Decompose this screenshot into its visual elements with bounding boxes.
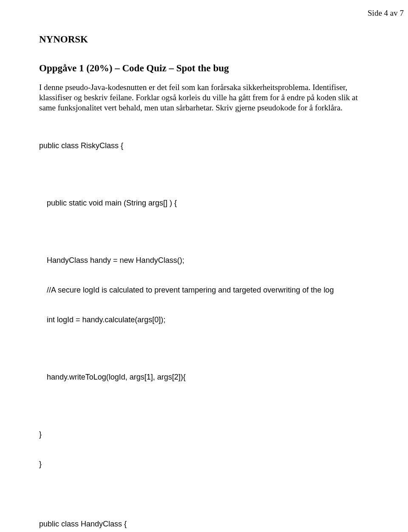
task-intro: I denne pseudo-Java-kodesnutten er det f… xyxy=(39,82,369,113)
code-line: HandyClass handy = new HandyClass(); xyxy=(39,256,369,265)
code-block-riskyclass: public class RiskyClass { public static … xyxy=(39,121,369,489)
code-line: public static void main (String args[] )… xyxy=(39,198,369,208)
page: Side 4 av 7 NYNORSK Oppgåve 1 (20%) – Co… xyxy=(0,0,408,532)
code-line: } xyxy=(39,430,369,439)
code-line: int logId = handy.calculate(args[0]); xyxy=(39,315,369,325)
code-line: public class RiskyClass { xyxy=(39,141,369,151)
code-line: public class HandyClass { xyxy=(39,519,369,529)
code-line: handy.writeToLog(logId, args[1], args[2]… xyxy=(39,372,369,382)
code-line: } xyxy=(39,459,369,469)
language-tag: NYNORSK xyxy=(39,34,369,45)
code-block-handyclass: public class HandyClass { Random randy =… xyxy=(39,500,369,532)
code-line: //A secure logId is calculated to preven… xyxy=(39,285,369,295)
task-title: Oppgåve 1 (20%) – Code Quiz – Spot the b… xyxy=(39,63,369,74)
page-number: Side 4 av 7 xyxy=(368,8,404,18)
